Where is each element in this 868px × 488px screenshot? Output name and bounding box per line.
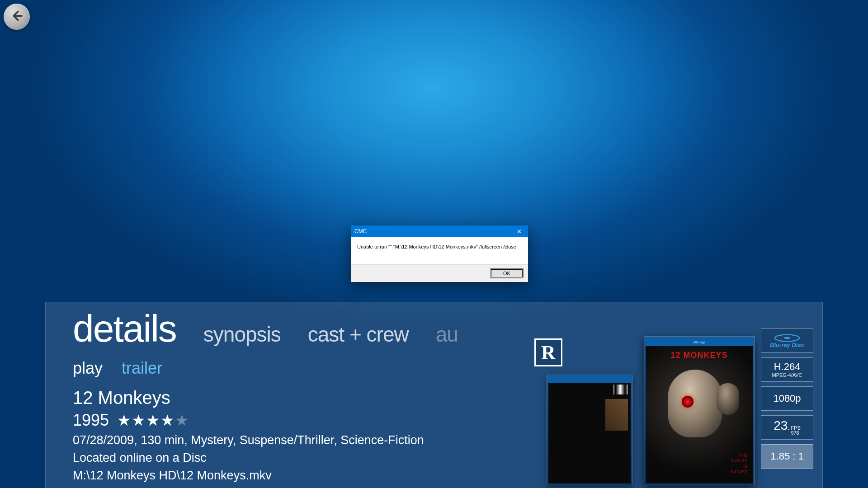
star-icon: ★ [132, 413, 145, 428]
dialog-footer: OK [351, 264, 528, 282]
cover-art-back [547, 375, 632, 485]
star-rating: ★ ★ ★ ★ ★ [117, 413, 189, 428]
trailer-button[interactable]: trailer [122, 359, 162, 378]
cover-title: 12 MONKEYS [646, 351, 753, 360]
badge-aspect: 1.85 : 1 [761, 444, 813, 469]
tab-synopsis[interactable]: synopsis [203, 322, 281, 347]
dialog-ok-button[interactable]: OK [490, 268, 524, 278]
tab-details[interactable]: details [73, 307, 176, 351]
arrow-left-icon [9, 9, 24, 25]
cover-tagline: THEFUTUREISHISTORY [729, 453, 747, 474]
dialog-title: CMC [354, 228, 367, 235]
cover-art-front: Blu-ray 12 MONKEYS THEFUTUREISHISTORY [644, 336, 755, 485]
dialog-close-button[interactable]: ✕ [510, 225, 528, 237]
svg-point-1 [784, 337, 791, 339]
star-icon: ★ [175, 413, 189, 428]
error-dialog: CMC ✕ Unable to run "" "M:\12 Monkeys HD… [351, 225, 528, 282]
bluray-disc-icon [774, 334, 801, 342]
play-button[interactable]: play [73, 359, 103, 378]
star-icon: ★ [117, 413, 131, 428]
details-panel: details synopsis cast + crew au play tra… [45, 302, 823, 488]
back-button[interactable] [4, 4, 30, 30]
star-icon: ★ [160, 413, 174, 428]
mpaa-rating: R [534, 338, 562, 366]
dialog-titlebar[interactable]: CMC ✕ [351, 225, 528, 237]
tab-cast-crew[interactable]: cast + crew [308, 322, 409, 347]
badge-codec: H.264 MPEG-4/AVC [761, 357, 813, 382]
badge-fps: 23. FPS976 [761, 415, 813, 440]
badge-resolution: 1080p [761, 386, 813, 411]
movie-year: 1995 [73, 411, 109, 430]
close-icon: ✕ [517, 228, 522, 235]
star-icon: ★ [146, 413, 160, 428]
tab-cutoff: au [436, 322, 458, 347]
dialog-message: Unable to run "" "M:\12 Monkeys HD\12 Mo… [351, 237, 528, 264]
badge-bluray: Blu-ray Disc [761, 328, 813, 353]
tech-badges: Blu-ray Disc H.264 MPEG-4/AVC 1080p 23. … [761, 328, 813, 469]
